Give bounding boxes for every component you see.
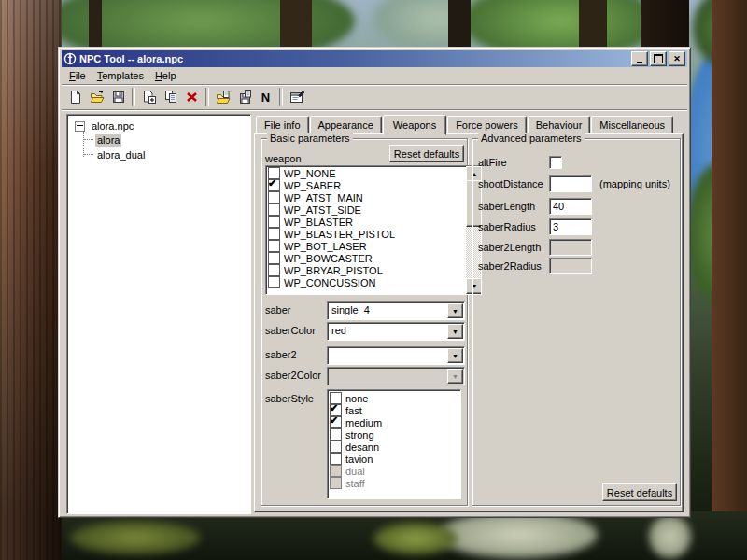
saber-label: saber — [265, 304, 291, 316]
minimize-button[interactable] — [631, 51, 648, 66]
save-template-icon — [237, 90, 252, 105]
new-npc-button[interactable] — [138, 87, 160, 107]
weapon-option-row[interactable]: ✔WP_SABER — [266, 179, 464, 191]
saberradius-field[interactable] — [549, 218, 592, 235]
checkbox[interactable] — [268, 240, 280, 252]
chevron-down-icon: ▼ — [447, 369, 463, 384]
tab-miscellaneous[interactable]: Miscellaneous — [591, 116, 673, 133]
menu-help[interactable]: Help — [149, 68, 182, 83]
properties-icon — [289, 90, 304, 105]
reset-defaults-button-basic[interactable]: Reset defaults — [389, 145, 464, 162]
checkbox[interactable] — [268, 276, 280, 288]
save-template-button[interactable] — [233, 87, 255, 107]
menu-templates[interactable]: Templates — [92, 68, 149, 83]
tab-appearance[interactable]: Appearance — [310, 116, 382, 133]
saberlength-field[interactable] — [549, 198, 592, 215]
weapon-option-row[interactable]: WP_NONE — [266, 167, 464, 179]
checkbox[interactable]: ✔ — [268, 179, 280, 191]
open-template-icon — [216, 90, 231, 105]
saber2length-field-disabled — [549, 239, 592, 256]
weapon-option-row[interactable]: WP_BOWCASTER — [266, 252, 464, 264]
saber2radius-label: saber2Radius — [478, 260, 542, 273]
tree-connector — [83, 132, 84, 157]
checkbox[interactable] — [268, 216, 280, 228]
weapon-option-row[interactable]: WP_BOT_LASER — [266, 240, 464, 252]
checkbox[interactable] — [268, 228, 280, 240]
delete-npc-button[interactable] — [181, 87, 203, 107]
saber2-label: saber2 — [265, 349, 297, 361]
tab-file-info[interactable]: File info — [256, 116, 309, 133]
altfire-checkbox[interactable] — [549, 156, 562, 169]
properties-button[interactable] — [286, 87, 307, 107]
checkbox[interactable]: ✔ — [330, 416, 342, 428]
weapon-option-row[interactable]: WP_BLASTER — [266, 216, 464, 228]
style-option-row[interactable]: tavion — [328, 453, 460, 465]
collapse-icon[interactable] — [75, 121, 85, 132]
copy-npc-button[interactable] — [160, 87, 181, 107]
style-option-row[interactable]: none — [328, 392, 460, 404]
shootdistance-field[interactable] — [549, 175, 592, 192]
menu-file[interactable]: File — [63, 68, 92, 83]
checkbox[interactable] — [268, 264, 280, 276]
style-option-row[interactable]: ✔fast — [328, 404, 460, 416]
saber-combobox[interactable]: single_4 ▼ — [327, 301, 465, 320]
tab-behaviour[interactable]: Behaviour — [528, 116, 591, 133]
n-letter-button[interactable]: N — [255, 87, 276, 107]
weapon-option-row[interactable]: WP_ATST_MAIN — [266, 191, 464, 203]
weapon-option-row[interactable]: WP_BLASTER_PISTOL — [266, 228, 464, 240]
close-button[interactable]: ✕ — [669, 51, 685, 66]
title-bar[interactable]: NPC Tool -- alora.npc ✕ — [62, 50, 687, 67]
reset-defaults-button-advanced[interactable]: Reset defaults — [602, 483, 677, 501]
saber2color-combobox-disabled: ▼ — [327, 367, 465, 385]
checkbox[interactable] — [330, 441, 342, 453]
tab-weapons[interactable]: Weapons — [383, 115, 446, 135]
style-option-row[interactable]: strong — [328, 428, 460, 441]
weapon-option-row[interactable]: WP_CONCUSSION — [266, 276, 464, 288]
option-label: WP_SABER — [284, 180, 341, 191]
new-npc-icon — [142, 90, 157, 105]
window-title: NPC Tool -- alora.npc — [79, 53, 183, 64]
combo-value: red — [331, 325, 447, 337]
option-label: dual — [345, 466, 365, 477]
open-file-button[interactable] — [86, 87, 107, 107]
new-file-button[interactable] — [64, 87, 86, 107]
checkbox[interactable] — [268, 203, 280, 216]
chevron-down-icon[interactable]: ▼ — [447, 324, 463, 339]
maximize-button[interactable] — [650, 51, 667, 66]
checkbox[interactable] — [268, 252, 280, 264]
saberradius-label: saberRadius — [478, 221, 536, 233]
saber2-combobox[interactable]: ▼ — [327, 346, 465, 365]
saberstyle-listbox[interactable]: none ✔fast ✔medium strong desann tavion … — [327, 389, 461, 499]
style-option-row[interactable]: desann — [328, 441, 460, 453]
tree-item-label[interactable]: alora_dual — [95, 149, 147, 161]
sabercolor-combobox[interactable]: red ▼ — [327, 322, 465, 341]
style-option-row-disabled: staff — [328, 477, 460, 489]
delete-x-icon — [185, 90, 200, 105]
weapon-option-row[interactable]: WP_ATST_SIDE — [266, 203, 464, 216]
option-label: WP_ATST_SIDE — [284, 204, 361, 216]
save-file-button[interactable] — [107, 87, 129, 107]
checkbox[interactable] — [268, 191, 280, 203]
weapon-option-row[interactable]: WP_BRYAR_PISTOL — [266, 264, 464, 276]
checkbox[interactable] — [330, 453, 342, 465]
advanced-parameters-group: Advanced parameters altFire shootDistanc… — [472, 138, 681, 506]
option-label: medium — [345, 417, 382, 428]
tree-item-label[interactable]: alora — [95, 134, 121, 147]
checkbox[interactable] — [330, 428, 342, 441]
tree-trunk — [712, 0, 747, 560]
toolbar-separator — [279, 88, 283, 106]
chevron-down-icon[interactable]: ▼ — [447, 348, 463, 363]
chevron-down-icon[interactable]: ▼ — [447, 303, 463, 318]
altfire-label: altFire — [478, 157, 507, 169]
tree-root-label[interactable]: alora.npc — [90, 120, 135, 133]
tab-force-powers[interactable]: Force powers — [447, 116, 527, 133]
open-folder-icon — [90, 90, 105, 105]
style-option-row-disabled: dual — [328, 465, 460, 477]
tree-item-alora[interactable]: alora — [95, 133, 121, 147]
open-template-button[interactable] — [212, 87, 233, 107]
new-file-icon — [68, 90, 83, 105]
weapon-listbox[interactable]: WP_NONE ✔WP_SABER WP_ATST_MAIN WP_ATST_S… — [265, 165, 482, 295]
tree-item-alora-dual[interactable]: alora_dual — [95, 148, 147, 161]
tree-root-row[interactable]: alora.npc — [75, 119, 135, 133]
style-option-row[interactable]: ✔medium — [328, 416, 460, 428]
